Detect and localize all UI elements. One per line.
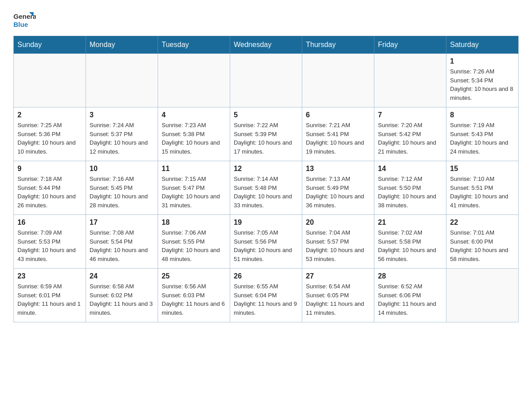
logo-icon: General Blue: [13, 9, 36, 31]
day-number: 21: [378, 218, 442, 227]
calendar-cell: 4Sunrise: 7:23 AMSunset: 5:38 PMDaylight…: [158, 107, 230, 161]
day-info: Sunrise: 7:02 AMSunset: 5:58 PMDaylight:…: [378, 228, 442, 263]
day-number: 27: [306, 272, 370, 280]
day-number: 14: [378, 165, 442, 173]
calendar-cell: 8Sunrise: 7:19 AMSunset: 5:43 PMDaylight…: [446, 107, 519, 161]
page-header: General Blue: [13, 9, 519, 31]
day-of-week-header: Friday: [374, 36, 446, 54]
calendar-week-row: 1Sunrise: 7:26 AMSunset: 5:34 PMDaylight…: [14, 54, 519, 107]
day-info: Sunrise: 7:12 AMSunset: 5:50 PMDaylight:…: [378, 175, 442, 210]
day-info: Sunrise: 6:56 AMSunset: 6:03 PMDaylight:…: [162, 282, 226, 317]
day-number: 18: [162, 218, 226, 227]
calendar-cell: 6Sunrise: 7:21 AMSunset: 5:41 PMDaylight…: [302, 107, 374, 161]
svg-text:Blue: Blue: [13, 21, 28, 28]
calendar-week-row: 2Sunrise: 7:25 AMSunset: 5:36 PMDaylight…: [14, 107, 519, 161]
calendar-cell: [446, 269, 519, 322]
day-number: 3: [90, 111, 154, 119]
day-number: 25: [162, 272, 226, 280]
day-number: 24: [90, 272, 154, 280]
day-info: Sunrise: 6:58 AMSunset: 6:02 PMDaylight:…: [90, 282, 154, 317]
calendar-cell: 27Sunrise: 6:54 AMSunset: 6:05 PMDayligh…: [302, 269, 374, 322]
calendar-cell: 12Sunrise: 7:14 AMSunset: 5:48 PMDayligh…: [230, 161, 302, 215]
day-info: Sunrise: 7:16 AMSunset: 5:45 PMDaylight:…: [90, 175, 154, 210]
day-number: 28: [378, 272, 442, 280]
calendar-cell: 2Sunrise: 7:25 AMSunset: 5:36 PMDaylight…: [14, 107, 86, 161]
calendar-cell: 23Sunrise: 6:59 AMSunset: 6:01 PMDayligh…: [14, 269, 86, 322]
day-info: Sunrise: 7:13 AMSunset: 5:49 PMDaylight:…: [306, 175, 370, 210]
day-number: 13: [306, 165, 370, 173]
day-number: 16: [17, 218, 82, 227]
day-info: Sunrise: 7:06 AMSunset: 5:55 PMDaylight:…: [162, 228, 226, 263]
day-info: Sunrise: 7:04 AMSunset: 5:57 PMDaylight:…: [306, 228, 370, 263]
day-number: 5: [234, 111, 298, 119]
day-of-week-header: Tuesday: [158, 36, 230, 54]
day-number: 11: [162, 165, 226, 173]
day-of-week-header: Monday: [86, 36, 158, 54]
calendar-cell: [374, 54, 446, 107]
calendar-cell: 25Sunrise: 6:56 AMSunset: 6:03 PMDayligh…: [158, 269, 230, 322]
calendar-cell: [230, 54, 302, 107]
calendar-cell: 19Sunrise: 7:05 AMSunset: 5:56 PMDayligh…: [230, 215, 302, 269]
day-info: Sunrise: 7:09 AMSunset: 5:53 PMDaylight:…: [17, 228, 82, 263]
day-number: 1: [450, 57, 515, 65]
calendar-cell: 3Sunrise: 7:24 AMSunset: 5:37 PMDaylight…: [86, 107, 158, 161]
calendar-cell: 15Sunrise: 7:10 AMSunset: 5:51 PMDayligh…: [446, 161, 519, 215]
calendar-cell: 16Sunrise: 7:09 AMSunset: 5:53 PMDayligh…: [14, 215, 86, 269]
calendar-cell: [302, 54, 374, 107]
day-info: Sunrise: 7:26 AMSunset: 5:34 PMDaylight:…: [450, 67, 515, 102]
day-info: Sunrise: 7:19 AMSunset: 5:43 PMDaylight:…: [450, 121, 515, 156]
day-number: 8: [450, 111, 515, 119]
calendar-cell: [86, 54, 158, 107]
day-number: 2: [17, 111, 82, 119]
day-number: 10: [90, 165, 154, 173]
day-of-week-header: Thursday: [302, 36, 374, 54]
day-number: 17: [90, 218, 154, 227]
calendar-cell: 22Sunrise: 7:01 AMSunset: 6:00 PMDayligh…: [446, 215, 519, 269]
day-of-week-header: Wednesday: [230, 36, 302, 54]
day-info: Sunrise: 7:24 AMSunset: 5:37 PMDaylight:…: [90, 121, 154, 156]
day-info: Sunrise: 7:10 AMSunset: 5:51 PMDaylight:…: [450, 175, 515, 210]
day-info: Sunrise: 7:25 AMSunset: 5:36 PMDaylight:…: [17, 121, 82, 156]
calendar-cell: 9Sunrise: 7:18 AMSunset: 5:44 PMDaylight…: [14, 161, 86, 215]
calendar-cell: 18Sunrise: 7:06 AMSunset: 5:55 PMDayligh…: [158, 215, 230, 269]
calendar-cell: 17Sunrise: 7:08 AMSunset: 5:54 PMDayligh…: [86, 215, 158, 269]
calendar-cell: 5Sunrise: 7:22 AMSunset: 5:39 PMDaylight…: [230, 107, 302, 161]
day-number: 12: [234, 165, 298, 173]
calendar-week-row: 16Sunrise: 7:09 AMSunset: 5:53 PMDayligh…: [14, 215, 519, 269]
calendar-cell: 7Sunrise: 7:20 AMSunset: 5:42 PMDaylight…: [374, 107, 446, 161]
day-info: Sunrise: 7:23 AMSunset: 5:38 PMDaylight:…: [162, 121, 226, 156]
logo: General Blue: [13, 9, 36, 31]
calendar-week-row: 23Sunrise: 6:59 AMSunset: 6:01 PMDayligh…: [14, 269, 519, 322]
calendar-cell: 1Sunrise: 7:26 AMSunset: 5:34 PMDaylight…: [446, 54, 519, 107]
day-info: Sunrise: 7:05 AMSunset: 5:56 PMDaylight:…: [234, 228, 298, 263]
calendar-table: SundayMondayTuesdayWednesdayThursdayFrid…: [13, 36, 519, 322]
calendar-cell: [158, 54, 230, 107]
day-info: Sunrise: 7:22 AMSunset: 5:39 PMDaylight:…: [234, 121, 298, 156]
day-of-week-header: Saturday: [446, 36, 519, 54]
day-info: Sunrise: 6:59 AMSunset: 6:01 PMDaylight:…: [17, 282, 82, 317]
calendar-cell: 14Sunrise: 7:12 AMSunset: 5:50 PMDayligh…: [374, 161, 446, 215]
day-number: 15: [450, 165, 515, 173]
day-number: 9: [17, 165, 82, 173]
day-number: 23: [17, 272, 82, 280]
calendar-cell: 13Sunrise: 7:13 AMSunset: 5:49 PMDayligh…: [302, 161, 374, 215]
day-info: Sunrise: 7:08 AMSunset: 5:54 PMDaylight:…: [90, 228, 154, 263]
calendar-cell: 24Sunrise: 6:58 AMSunset: 6:02 PMDayligh…: [86, 269, 158, 322]
day-number: 6: [306, 111, 370, 119]
day-info: Sunrise: 7:15 AMSunset: 5:47 PMDaylight:…: [162, 175, 226, 210]
day-info: Sunrise: 6:52 AMSunset: 6:06 PMDaylight:…: [378, 282, 442, 317]
day-number: 4: [162, 111, 226, 119]
day-number: 20: [306, 218, 370, 227]
calendar-cell: 10Sunrise: 7:16 AMSunset: 5:45 PMDayligh…: [86, 161, 158, 215]
day-info: Sunrise: 7:20 AMSunset: 5:42 PMDaylight:…: [378, 121, 442, 156]
calendar-cell: 20Sunrise: 7:04 AMSunset: 5:57 PMDayligh…: [302, 215, 374, 269]
day-info: Sunrise: 7:21 AMSunset: 5:41 PMDaylight:…: [306, 121, 370, 156]
calendar-week-row: 9Sunrise: 7:18 AMSunset: 5:44 PMDaylight…: [14, 161, 519, 215]
day-info: Sunrise: 7:14 AMSunset: 5:48 PMDaylight:…: [234, 175, 298, 210]
day-info: Sunrise: 7:01 AMSunset: 6:00 PMDaylight:…: [450, 228, 515, 263]
calendar-cell: 11Sunrise: 7:15 AMSunset: 5:47 PMDayligh…: [158, 161, 230, 215]
day-of-week-header: Sunday: [14, 36, 86, 54]
day-info: Sunrise: 7:18 AMSunset: 5:44 PMDaylight:…: [17, 175, 82, 210]
calendar-cell: 21Sunrise: 7:02 AMSunset: 5:58 PMDayligh…: [374, 215, 446, 269]
day-info: Sunrise: 6:54 AMSunset: 6:05 PMDaylight:…: [306, 282, 370, 317]
